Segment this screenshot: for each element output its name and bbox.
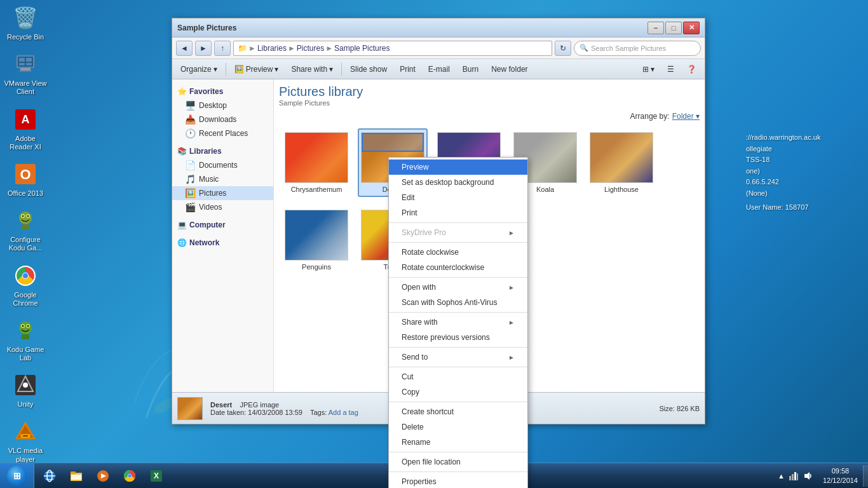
forward-button[interactable]: ► [195,41,212,56]
ctx-send-to[interactable]: Send to ► [389,349,527,365]
ctx-print[interactable]: Print [389,205,527,220]
svg-text:O: O [20,166,31,182]
new-folder-button[interactable]: New folder [485,61,533,78]
favorites-header[interactable]: ⭐ Favorites [172,85,273,98]
sidebar-item-videos[interactable]: 🎬 Videos [172,200,273,214]
minimize-button[interactable]: − [648,22,664,34]
details-pane-button[interactable]: ☰ [661,61,680,78]
desktop-icon-unity[interactable]: Unity [0,367,51,414]
organize-button[interactable]: Organize ▾ [175,61,223,78]
configure-kodu-label: ConfigureKodu Ga... [9,236,43,252]
taskbar-explorer[interactable] [64,465,89,487]
ctx-rotate-cw[interactable]: Rotate clockwise [389,245,527,260]
new-folder-label: New folder [491,65,527,74]
breadcrumb-pictures[interactable]: Pictures [297,44,324,53]
start-windows-icon: ⊞ [13,471,21,481]
ctx-open-with-arrow-icon: ► [508,284,515,291]
window-titlebar: Sample Pictures − □ ✕ [172,18,705,37]
search-box[interactable]: 🔍 Search Sample Pictures [574,41,701,56]
start-button[interactable]: ⊞ [0,463,34,489]
recycle-bin-icon: 🗑️ [13,5,38,30]
close-button[interactable]: ✕ [683,22,700,34]
file-item-penguins[interactable]: Penguins [281,206,351,274]
sidebar-item-music[interactable]: 🎵 Music [172,172,273,186]
svg-rect-5 [20,68,31,71]
desktop-icon-recycle-bin[interactable]: 🗑️ Recycle Bin [0,0,51,46]
ctx-properties[interactable]: Properties [389,474,527,488]
sidebar-item-pictures[interactable]: 🖼️ Pictures [172,186,273,200]
desktop-icon-vmware[interactable]: VMware ViewClient [0,46,51,101]
taskbar-excel[interactable]: X [144,465,169,487]
ctx-skydrive-pro[interactable]: SkyDrive Pro ► [389,225,527,240]
taskbar-media[interactable] [90,465,116,487]
kodu-game-lab-label: Kodu GameLab [7,346,44,362]
sidebar-item-desktop[interactable]: 🖥️ Desktop [172,98,273,112]
computer-header[interactable]: 💻 Computer [172,218,273,232]
desktop-icon-office[interactable]: O Office 2013 [0,156,51,203]
ctx-set-desktop-background[interactable]: Set as desktop background [389,175,527,190]
help-button[interactable]: ❓ [681,61,702,78]
maximize-button[interactable]: □ [665,22,682,34]
address-path[interactable]: 📁 ► Libraries ► Pictures ► Sample Pictur… [233,41,552,56]
print-button[interactable]: Print [394,61,421,78]
search-placeholder: Search Sample Pictures [591,44,666,52]
svg-point-28 [22,325,24,327]
desktop-icon-chrome[interactable]: GoogleChrome [0,258,51,313]
svg-rect-55 [797,473,798,480]
libraries-header[interactable]: 📚 Libraries [172,144,273,158]
ctx-open-with[interactable]: Open with ► [389,280,527,295]
status-add-tag[interactable]: Add a tag [329,409,358,416]
ctx-edit[interactable]: Edit [389,190,527,205]
share-with-button[interactable]: Share with ▾ [285,61,339,78]
sidebar-item-downloads[interactable]: 📥 Downloads [172,112,273,126]
ctx-delete[interactable]: Delete [389,419,527,435]
taskbar-clock[interactable]: 09:58 12/12/2014 [818,466,863,485]
ctx-share-with[interactable]: Share with ► [389,315,527,330]
show-desktop-button[interactable] [863,465,868,487]
ctx-cut[interactable]: Cut [389,369,527,384]
right-info-username-label: User Name: [746,203,783,211]
taskbar-chrome[interactable] [117,465,142,487]
tray-arrow-icon[interactable]: ▲ [778,472,785,480]
downloads-icon: 📥 [185,114,196,125]
status-size: Size: 826 KB [659,405,700,412]
breadcrumb-sample-pictures[interactable]: Sample Pictures [334,44,390,53]
view-options-button[interactable]: ⊞ ▾ [637,61,660,78]
taskbar-ie[interactable] [37,465,62,487]
arrange-value[interactable]: Folder ▾ [672,112,700,121]
ctx-rotate-ccw[interactable]: Rotate counterclockwise [389,260,527,275]
network-header[interactable]: 🌐 Network [172,236,273,250]
ctx-copy[interactable]: Copy [389,384,527,400]
desktop-icon-configure-kodu[interactable]: ConfigureKodu Ga... [0,203,51,257]
slide-show-button[interactable]: Slide show [344,61,393,78]
breadcrumb-libraries[interactable]: Libraries [257,44,287,53]
ctx-sep-9 [389,471,527,472]
back-button[interactable]: ◄ [176,41,193,56]
sidebar-item-documents[interactable]: 📄 Documents [172,158,273,172]
file-item-lighthouse[interactable]: Lighthouse [587,128,656,197]
vmware-label: VMware ViewClient [4,79,46,96]
sidebar-item-music-label: Music [199,175,219,184]
ctx-create-shortcut[interactable]: Create shortcut [389,404,527,419]
refresh-button[interactable]: ↻ [555,41,571,56]
burn-button[interactable]: Burn [457,61,484,78]
ctx-open-file-location[interactable]: Open file location [389,454,527,470]
ctx-scan-sophos[interactable]: Scan with Sophos Anti-Virus [389,295,527,310]
preview-button[interactable]: 🖼️ Preview ▾ [229,61,285,78]
ctx-rename[interactable]: Rename [389,435,527,450]
svg-rect-42 [71,471,76,474]
ctx-restore-previous[interactable]: Restore previous versions [389,330,527,345]
email-button[interactable]: E-mail [423,61,456,78]
desktop-icon-kodu-game-lab[interactable]: Kodu GameLab [0,313,51,367]
ctx-sep-3 [389,277,527,278]
file-item-chrysanthemum[interactable]: Chrysanthemum [281,128,351,197]
sidebar-item-recent-places[interactable]: 🕐 Recent Places [172,126,273,140]
desktop-icon-vlc[interactable]: VLC mediaplayer [0,414,51,468]
ctx-preview[interactable]: Preview [389,159,527,175]
pictures-icon: 🖼️ [185,188,196,198]
desktop-icon-adobe[interactable]: A AdobeReader XI [0,102,51,156]
up-button[interactable]: ↑ [214,41,231,56]
svg-point-24 [23,273,28,278]
sidebar-item-videos-label: Videos [199,203,222,212]
sidebar-item-recent-places-label: Recent Places [199,129,248,138]
